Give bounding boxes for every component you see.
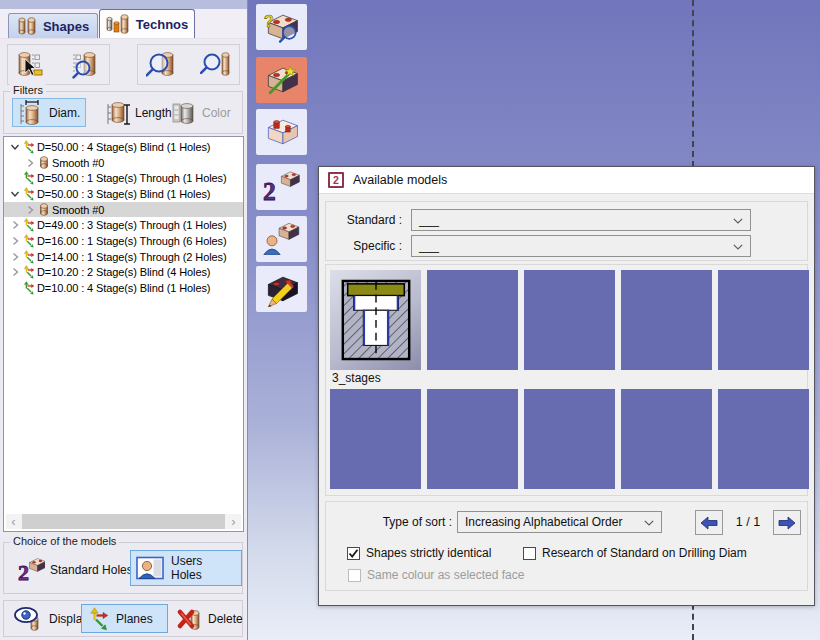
users-holes-icon xyxy=(136,556,166,580)
chevron-right-icon[interactable] xyxy=(23,158,36,168)
standard-models-button[interactable]: 2 xyxy=(256,164,307,210)
empty-model-slot[interactable] xyxy=(718,389,809,489)
chevron-right-icon[interactable] xyxy=(8,236,21,246)
standard-value: ___ xyxy=(419,213,439,227)
planes-button[interactable]: Planes xyxy=(81,604,168,633)
tree-item[interactable]: D=10.20 : 2 Stage(s) Blind (4 Holes) xyxy=(4,265,243,281)
empty-model-slot[interactable] xyxy=(718,270,809,370)
empty-model-slot[interactable] xyxy=(621,270,712,370)
tree-item[interactable]: D=10.00 : 4 Stage(s) Blind (1 Holes) xyxy=(4,280,243,296)
tree-item[interactable]: Smooth #0 xyxy=(4,202,243,218)
filter-diam-button[interactable]: Diam. xyxy=(12,98,86,127)
empty-model-slot[interactable] xyxy=(427,389,518,489)
standard-select[interactable]: ___ xyxy=(411,209,751,231)
hole-yellow-icon xyxy=(21,140,37,154)
tree-item[interactable]: D=50.00 : 3 Stage(s) Blind (1 Holes) xyxy=(4,186,243,202)
available-models-dialog: 2 Available models Standard : ___ Specif… xyxy=(318,166,815,606)
scroll-right-arrow[interactable]: › xyxy=(226,514,241,529)
delete-button[interactable]: Delete xyxy=(172,604,248,633)
empty-model-slot[interactable] xyxy=(427,270,518,370)
tree-item[interactable]: D=49.00 : 3 Stage(s) Through (1 Holes) xyxy=(4,217,243,233)
hole-yellow-icon xyxy=(21,265,37,279)
block-pencil-icon xyxy=(262,270,302,308)
tree-item-label: D=10.00 : 4 Stage(s) Blind (1 Holes) xyxy=(37,282,210,294)
chevron-right-icon[interactable] xyxy=(8,220,21,230)
model-tile-label: 3_stages xyxy=(332,371,381,385)
checkbox-label: Research of Standard on Drilling Diam xyxy=(542,546,747,560)
standard-specific-group: Standard : ___ Specific : ___ xyxy=(325,201,808,261)
tree-horizontal-scrollbar[interactable]: ‹ › xyxy=(6,514,241,529)
chevron-right-icon[interactable] xyxy=(23,205,36,215)
standard-holes-button[interactable]: 2 Standard Holes xyxy=(12,552,138,588)
chevron-down-icon[interactable] xyxy=(8,189,21,199)
users-holes-label: Users Holes xyxy=(171,554,236,582)
query-models-button[interactable]: ? xyxy=(256,4,307,50)
specific-value: ___ xyxy=(419,239,439,253)
hole-yellow-icon xyxy=(21,234,37,248)
sort-select[interactable]: Increasing Alphabetical Order xyxy=(457,511,662,533)
planes-label: Planes xyxy=(116,612,153,626)
dialog-titlebar[interactable]: 2 Available models xyxy=(319,167,814,194)
tree-tools-group xyxy=(7,44,110,85)
select-hole-in-tree-button[interactable] xyxy=(11,48,53,82)
chevron-down-icon[interactable] xyxy=(8,142,21,152)
specific-label: Specific : xyxy=(328,239,411,253)
tree-item[interactable]: Smooth #0 xyxy=(4,155,243,171)
available-models-icon: 2 xyxy=(328,172,344,188)
checked-checkbox-icon[interactable] xyxy=(347,547,360,560)
empty-model-slot[interactable] xyxy=(524,389,615,489)
tab-technos-label: Technos xyxy=(136,17,189,32)
block-wand-icon xyxy=(262,61,302,99)
tree-item-label: D=50.00 : 4 Stage(s) Blind (1 Holes) xyxy=(37,141,210,153)
users-holes-button[interactable]: Users Holes xyxy=(130,550,242,586)
block-two-icon: 2 xyxy=(262,168,302,206)
scroll-left-arrow[interactable]: ‹ xyxy=(6,514,21,529)
tab-shapes[interactable]: Shapes xyxy=(8,13,98,38)
actions-group: Display Planes Delete xyxy=(3,600,243,637)
model-thumbnail-3-stages xyxy=(335,274,417,366)
checkbox-research-standard-drilling-diam[interactable]: Research of Standard on Drilling Diam xyxy=(523,546,747,560)
tree-item[interactable]: D=50.00 : 1 Stage(s) Through (1 Holes) xyxy=(4,170,243,186)
faces-models-button[interactable] xyxy=(256,109,307,155)
scrollbar-thumb[interactable] xyxy=(22,514,225,529)
tree-item-label: D=49.00 : 3 Stage(s) Through (1 Holes) xyxy=(37,219,227,231)
magnifier-cylinder-icon xyxy=(146,51,178,78)
next-page-button[interactable] xyxy=(773,510,801,535)
empty-model-slot[interactable] xyxy=(330,389,421,489)
tab-technos[interactable]: Technos xyxy=(99,9,195,38)
unchecked-checkbox-icon[interactable] xyxy=(523,547,536,560)
empty-model-slot[interactable] xyxy=(524,270,615,370)
filter-diam-label: Diam. xyxy=(49,106,80,120)
pick-hole-tree-icon xyxy=(16,51,48,79)
previous-page-button[interactable] xyxy=(695,510,723,535)
delete-x-icon xyxy=(177,607,203,631)
chevron-right-icon[interactable] xyxy=(8,252,21,262)
zoom-tools-group xyxy=(137,44,240,85)
choice-of-models-group: 2 Standard Holes Users Holes xyxy=(3,542,243,594)
arrow-left-icon xyxy=(700,516,718,530)
svg-text:?: ? xyxy=(263,12,273,30)
magnifier-icon xyxy=(200,51,232,78)
tree-item[interactable]: D=50.00 : 4 Stage(s) Blind (1 Holes) xyxy=(4,139,243,155)
delete-label: Delete xyxy=(208,612,243,626)
tab-shapes-label: Shapes xyxy=(43,19,89,34)
user-models-button[interactable] xyxy=(256,216,307,262)
chevron-right-icon[interactable] xyxy=(8,267,21,277)
zoom-on-hole-button[interactable] xyxy=(141,48,183,82)
tree-item[interactable]: D=16.00 : 1 Stage(s) Through (6 Holes) xyxy=(4,233,243,249)
display-eye-icon xyxy=(14,606,44,631)
model-tile-3-stages[interactable] xyxy=(330,270,421,370)
locate-hole-in-tree-button[interactable] xyxy=(65,48,107,82)
empty-model-slot[interactable] xyxy=(621,389,712,489)
dialog-title: Available models xyxy=(353,173,447,187)
unchecked-checkbox-icon xyxy=(348,569,361,582)
cylinder-icon xyxy=(36,156,52,169)
checkbox-same-colour-selected-face: Same colour as selected face xyxy=(348,568,524,582)
tree-item[interactable]: D=14.00 : 1 Stage(s) Through (2 Holes) xyxy=(4,249,243,265)
zoom-fit-hole-button[interactable] xyxy=(195,48,237,82)
checkbox-shapes-strictly-identical[interactable]: Shapes strictly identical xyxy=(347,546,491,560)
create-models-button[interactable] xyxy=(256,57,307,103)
specific-select[interactable]: ___ xyxy=(411,235,751,257)
chevron-down-icon xyxy=(644,520,654,526)
edit-models-button[interactable] xyxy=(256,266,307,312)
